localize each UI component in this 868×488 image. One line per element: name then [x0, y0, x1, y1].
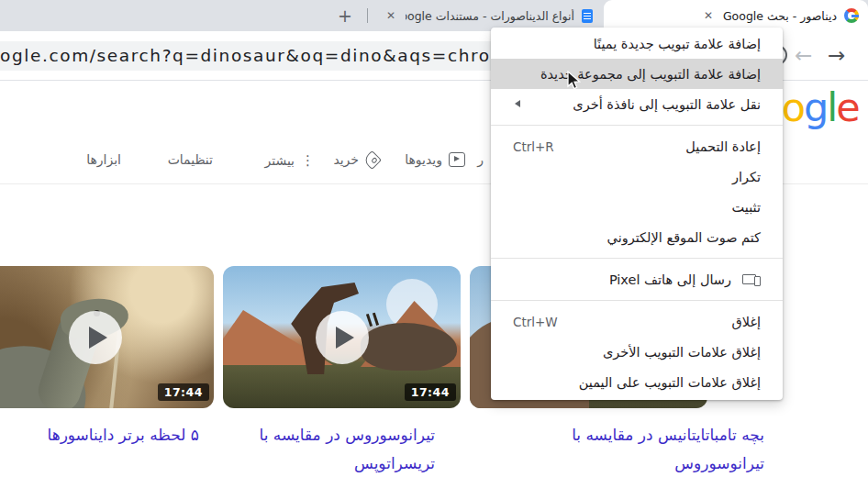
- tab-title: أنواع الديناصورات - مستندات Google: [406, 9, 574, 23]
- menu-item-reload[interactable]: إعادة التحميل Ctrl+R: [491, 131, 783, 161]
- video-title-link[interactable]: بچه تامباتایتانیس در مقایسه با تیرانوسور…: [532, 421, 764, 478]
- menu-item-close[interactable]: إغلاق Ctrl+W: [491, 306, 783, 337]
- menu-shortcut: Ctrl+R: [513, 139, 554, 154]
- back-icon[interactable]: →: [828, 42, 845, 68]
- filter-more[interactable]: ⋮ بیشتر: [264, 152, 315, 169]
- filter-videos[interactable]: ویدیوها: [405, 152, 465, 167]
- google-g-icon: [844, 8, 859, 23]
- tab-title: ديناصور - بحث Google: [723, 9, 837, 23]
- browser-window: + أنواع الديناصورات - مستندات Google ✕ د…: [0, 0, 868, 488]
- menu-item-duplicate[interactable]: تكرار: [491, 161, 783, 192]
- google-docs-icon: [582, 9, 593, 23]
- tab-context-menu: إضافة علامة تبويب جديدة يمينًا إضافة علا…: [491, 28, 783, 400]
- filter-label: بیشتر: [264, 153, 295, 168]
- filter-label: تنظیمات: [168, 152, 213, 167]
- menu-separator: [491, 125, 783, 126]
- play-icon[interactable]: [316, 311, 369, 364]
- filter-shopping[interactable]: خرید: [333, 152, 379, 167]
- logo-letter: l: [827, 84, 836, 130]
- menu-item-label: إضافة علامة تبويب جديدة يمينًا: [594, 37, 761, 51]
- video-duration: 17:44: [405, 383, 456, 401]
- devices-icon: [742, 273, 761, 286]
- video-title-link[interactable]: تیرانوسوروس در مقایسه با تریسراتوپس: [232, 421, 435, 478]
- logo-letter: g: [804, 84, 827, 130]
- tag-icon: [362, 150, 382, 169]
- forward-icon[interactable]: ←: [795, 42, 812, 68]
- filter-label: خرید: [333, 152, 359, 167]
- menu-item-label: إغلاق علامات التبويب على اليمين: [579, 375, 761, 390]
- more-dots-icon: ⋮: [301, 152, 315, 169]
- menu-separator: [491, 300, 783, 301]
- submenu-arrow-icon: [515, 100, 520, 107]
- video-icon: [449, 152, 465, 167]
- filter-label: ر: [477, 152, 484, 167]
- mouse-cursor: [566, 71, 584, 91]
- menu-separator: [491, 258, 783, 259]
- menu-item-label: رسال إلى هاتف Pixel: [609, 272, 731, 287]
- menu-item-label: نقل علامة التبويب إلى نافذة أخرى: [573, 97, 761, 112]
- menu-item-label: تكرار: [732, 170, 761, 184]
- logo-letter: o: [782, 84, 804, 130]
- menu-item-add-tab-to-new-group[interactable]: إضافة علامة التبويب إلى مجموعة جديدة: [491, 59, 783, 89]
- menu-item-send-to-pixel[interactable]: رسال إلى هاتف Pixel: [491, 264, 783, 294]
- filter-label: ویدیوها: [405, 152, 442, 167]
- tab-divider: [367, 8, 368, 23]
- video-thumbnail-1[interactable]: 17:44: [0, 266, 214, 408]
- menu-item-pin[interactable]: تثبيت: [491, 192, 783, 222]
- tab-close-icon[interactable]: ✕: [384, 8, 398, 23]
- filter-settings[interactable]: تنظیمات: [168, 152, 213, 167]
- video-duration: 17:44: [158, 383, 209, 401]
- menu-item-label: تثبيت: [732, 200, 761, 215]
- menu-item-label: إعادة التحميل: [685, 139, 761, 154]
- video-thumbnail-2[interactable]: 17:44: [223, 266, 461, 408]
- filter-tools[interactable]: ابزارها: [86, 152, 121, 167]
- menu-item-label: إغلاق علامات التبويب الأخرى: [603, 345, 761, 360]
- menu-item-label: إغلاق: [731, 315, 761, 329]
- tab-close-icon[interactable]: ✕: [701, 8, 716, 23]
- video-title-link[interactable]: ۵ لحظه برتر دایناسورها: [18, 421, 199, 449]
- new-tab-button[interactable]: +: [334, 5, 356, 27]
- filter-label: ابزارها: [86, 152, 121, 167]
- menu-item-new-tab-right[interactable]: إضافة علامة تبويب جديدة يمينًا: [491, 28, 783, 59]
- menu-item-close-other-tabs[interactable]: إغلاق علامات التبويب الأخرى: [491, 337, 783, 367]
- menu-item-move-tab-to-other-window[interactable]: نقل علامة التبويب إلى نافذة أخرى: [491, 89, 783, 119]
- menu-item-close-tabs-to-right[interactable]: إغلاق علامات التبويب على اليمين: [491, 367, 783, 397]
- menu-item-mute-site[interactable]: كتم صوت الموقع الإلكتروني: [491, 222, 783, 252]
- tab-google-docs[interactable]: أنواع الديناصورات - مستندات Google ✕: [374, 0, 602, 31]
- play-icon[interactable]: [69, 311, 122, 364]
- filter-fragment: ر: [477, 152, 484, 167]
- logo-letter: e: [836, 84, 858, 130]
- menu-shortcut: Ctrl+W: [513, 315, 558, 329]
- menu-item-label: كتم صوت الموقع الإلكتروني: [607, 230, 761, 245]
- tab-google-search[interactable]: ديناصور - بحث Google ✕: [604, 0, 868, 31]
